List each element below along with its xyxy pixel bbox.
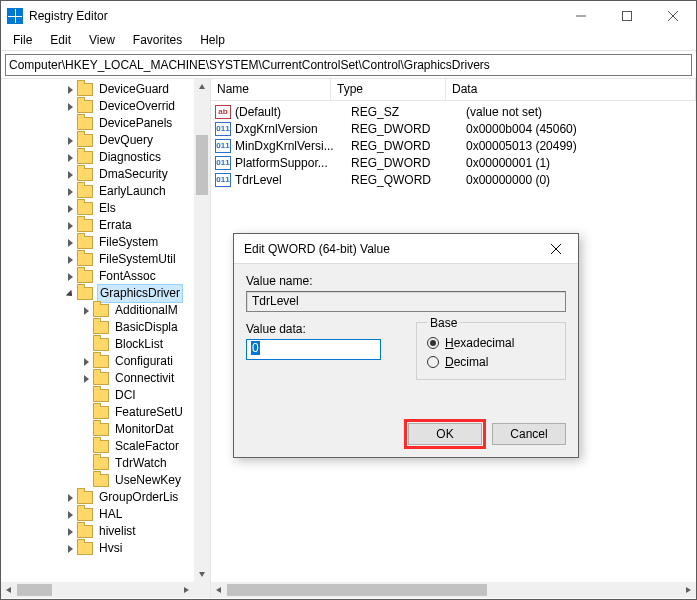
tree-item[interactable]: Connectivit — [1, 370, 194, 387]
close-button[interactable] — [650, 1, 696, 31]
radio-decimal[interactable]: Decimal — [427, 352, 555, 371]
tree-item[interactable]: Els — [1, 200, 194, 217]
chevron-right-icon[interactable] — [63, 154, 77, 162]
column-name[interactable]: Name — [211, 79, 331, 100]
scroll-up-icon[interactable] — [194, 79, 210, 95]
chevron-right-icon[interactable] — [63, 511, 77, 519]
chevron-right-icon[interactable] — [63, 222, 77, 230]
values-list[interactable]: ab(Default)REG_SZ(value not set)011DxgKr… — [211, 101, 696, 188]
minimize-button[interactable] — [558, 1, 604, 31]
tree-item[interactable]: FileSystem — [1, 234, 194, 251]
tree-item[interactable]: BasicDispla — [1, 319, 194, 336]
tree-item[interactable]: DevicePanels — [1, 115, 194, 132]
tree-item[interactable]: TdrWatch — [1, 455, 194, 472]
chevron-right-icon[interactable] — [63, 188, 77, 196]
tree-item[interactable]: DmaSecurity — [1, 166, 194, 183]
chevron-right-icon[interactable] — [63, 103, 77, 111]
chevron-right-icon[interactable] — [63, 528, 77, 536]
registry-tree[interactable]: DeviceGuardDeviceOverridDevicePanelsDevQ… — [1, 79, 194, 557]
folder-icon — [77, 508, 93, 521]
menu-view[interactable]: View — [81, 32, 123, 48]
scrollbar-thumb[interactable] — [196, 135, 208, 195]
edit-qword-dialog: Edit QWORD (64-bit) Value Value name: Td… — [233, 233, 579, 458]
tree-item[interactable]: Diagnostics — [1, 149, 194, 166]
value-row[interactable]: 011MinDxgKrnlVersi...REG_DWORD0x00005013… — [211, 137, 696, 154]
tree-item[interactable]: hivelist — [1, 523, 194, 540]
tree-item-label: EarlyLaunch — [97, 183, 168, 200]
tree-horizontal-scrollbar[interactable] — [1, 582, 194, 598]
menu-help[interactable]: Help — [192, 32, 233, 48]
value-row[interactable]: ab(Default)REG_SZ(value not set) — [211, 103, 696, 120]
menu-edit[interactable]: Edit — [42, 32, 79, 48]
tree-item-label: AdditionalM — [113, 302, 180, 319]
tree-item[interactable]: UseNewKey — [1, 472, 194, 489]
scroll-down-icon[interactable] — [194, 566, 210, 582]
folder-icon — [93, 321, 109, 334]
tree-item[interactable]: EarlyLaunch — [1, 183, 194, 200]
chevron-down-icon[interactable] — [63, 290, 77, 298]
chevron-right-icon[interactable] — [63, 256, 77, 264]
tree-item[interactable]: DevQuery — [1, 132, 194, 149]
value-data-field[interactable]: 0 — [246, 339, 381, 360]
value-data: 0x0000b004 (45060) — [466, 122, 696, 136]
dialog-title-bar[interactable]: Edit QWORD (64-bit) Value — [234, 234, 578, 264]
chevron-right-icon[interactable] — [63, 137, 77, 145]
address-text: Computer\HKEY_LOCAL_MACHINE\SYSTEM\Curre… — [9, 58, 490, 72]
tree-item[interactable]: BlockList — [1, 336, 194, 353]
tree-item-label: FeatureSetU — [113, 404, 185, 421]
radio-hexadecimal[interactable]: Hexadecimal — [427, 333, 555, 352]
value-row[interactable]: 011DxgKrnlVersionREG_DWORD0x0000b004 (45… — [211, 120, 696, 137]
address-bar[interactable]: Computer\HKEY_LOCAL_MACHINE\SYSTEM\Curre… — [5, 54, 692, 76]
chevron-right-icon[interactable] — [63, 86, 77, 94]
tree-item[interactable]: HAL — [1, 506, 194, 523]
chevron-right-icon[interactable] — [79, 307, 93, 315]
chevron-right-icon[interactable] — [63, 494, 77, 502]
cancel-button[interactable]: Cancel — [492, 423, 566, 445]
list-horizontal-scrollbar[interactable] — [211, 582, 696, 598]
svg-marker-11 — [68, 222, 73, 230]
chevron-right-icon[interactable] — [63, 273, 77, 281]
dialog-close-button[interactable] — [533, 234, 578, 263]
menu-file[interactable]: File — [5, 32, 40, 48]
tree-item[interactable]: Configurati — [1, 353, 194, 370]
folder-icon — [77, 151, 93, 164]
tree-item[interactable]: MonitorDat — [1, 421, 194, 438]
chevron-right-icon[interactable] — [79, 375, 93, 383]
tree-item[interactable]: FileSystemUtil — [1, 251, 194, 268]
scroll-left-icon[interactable] — [211, 582, 227, 598]
maximize-button[interactable] — [604, 1, 650, 31]
tree-item[interactable]: Errata — [1, 217, 194, 234]
scroll-right-icon[interactable] — [680, 582, 696, 598]
tree-item-label: DCI — [113, 387, 138, 404]
tree-item[interactable]: AdditionalM — [1, 302, 194, 319]
column-data[interactable]: Data — [446, 79, 696, 100]
tree-vertical-scrollbar[interactable] — [194, 79, 210, 582]
ok-button[interactable]: OK — [408, 423, 482, 445]
tree-item[interactable]: Hvsi — [1, 540, 194, 557]
menu-favorites[interactable]: Favorites — [125, 32, 190, 48]
scrollbar-thumb[interactable] — [227, 584, 487, 596]
tree-item[interactable]: DeviceGuard — [1, 81, 194, 98]
tree-item[interactable]: FontAssoc — [1, 268, 194, 285]
chevron-right-icon[interactable] — [63, 171, 77, 179]
tree-item[interactable]: ScaleFactor — [1, 438, 194, 455]
scrollbar-thumb[interactable] — [17, 584, 52, 596]
folder-icon — [93, 423, 109, 436]
chevron-right-icon[interactable] — [63, 239, 77, 247]
tree-item[interactable]: GroupOrderLis — [1, 489, 194, 506]
value-row[interactable]: 011PlatformSuppor...REG_DWORD0x00000001 … — [211, 154, 696, 171]
folder-icon — [77, 219, 93, 232]
folder-icon — [93, 406, 109, 419]
tree-item[interactable]: FeatureSetU — [1, 404, 194, 421]
scroll-right-icon[interactable] — [178, 582, 194, 598]
chevron-right-icon[interactable] — [63, 205, 77, 213]
tree-item[interactable]: GraphicsDriver — [1, 285, 194, 302]
chevron-right-icon[interactable] — [79, 358, 93, 366]
value-row[interactable]: 011TdrLevelREG_QWORD0x00000000 (0) — [211, 171, 696, 188]
value-name-field[interactable]: TdrLevel — [246, 291, 566, 312]
chevron-right-icon[interactable] — [63, 545, 77, 553]
tree-item[interactable]: DeviceOverrid — [1, 98, 194, 115]
scroll-left-icon[interactable] — [1, 582, 17, 598]
tree-item[interactable]: DCI — [1, 387, 194, 404]
column-type[interactable]: Type — [331, 79, 446, 100]
